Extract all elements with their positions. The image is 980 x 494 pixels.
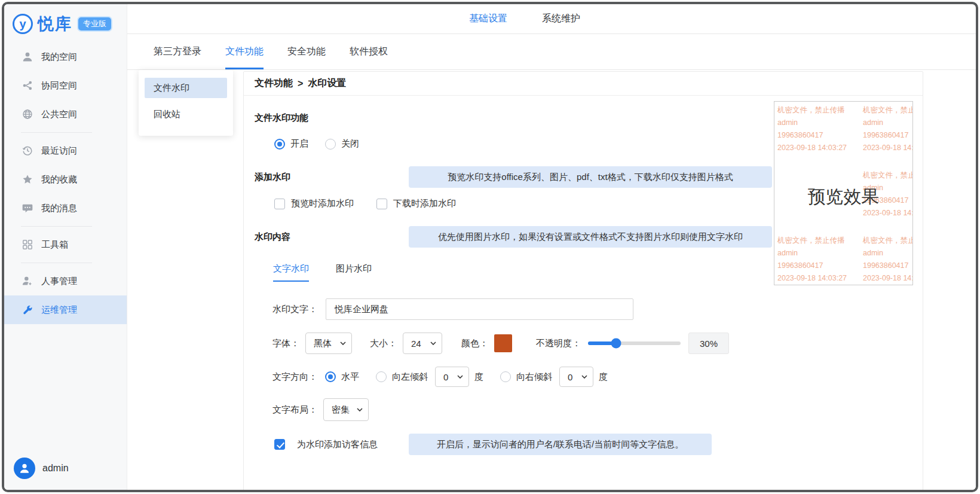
opacity-slider[interactable] — [588, 339, 681, 348]
font-label: 字体： — [272, 338, 299, 349]
opacity-label: 不透明度： — [536, 338, 581, 349]
subnav-item-recycle-bin[interactable]: 回收站 — [145, 104, 227, 124]
visitor-info-checkbox[interactable]: 为水印添加访客信息 — [274, 439, 378, 450]
top-nav: 基础设置 系统维护 — [127, 4, 976, 34]
right-tilt-degree-select[interactable]: 0 — [559, 367, 593, 387]
radio-unchecked-icon — [325, 139, 336, 150]
layout-label: 文字布局： — [272, 404, 317, 416]
radio-unchecked-icon — [376, 371, 387, 382]
sidebar-item-messages[interactable]: 我的消息 — [4, 194, 127, 222]
degree-unit: 度 — [599, 371, 608, 383]
font-select[interactable]: 黑体 — [305, 333, 352, 354]
sidebar-item-label: 工具箱 — [41, 239, 68, 251]
tab-software-license[interactable]: 软件授权 — [350, 34, 388, 69]
size-select[interactable]: 24 — [403, 333, 442, 354]
chevron-down-icon — [581, 375, 587, 379]
direction-right-tilt-radio[interactable]: 向右倾斜 — [500, 371, 552, 383]
checkbox-unchecked-icon — [376, 199, 387, 209]
subnav: 文件水印 回收站 — [139, 70, 233, 136]
sidebar: y 悦库 专业版 我的空间 协同空间 公共空间 — [4, 4, 127, 490]
main-area: 基础设置 系统维护 第三方登录 文件功能 安全功能 软件授权 文件水印 回收站 … — [127, 4, 976, 490]
tab-image-watermark[interactable]: 图片水印 — [336, 263, 372, 282]
sidebar-item-label: 我的收藏 — [41, 174, 77, 185]
opacity-slider-thumb[interactable] — [611, 339, 621, 349]
checkbox-unchecked-icon — [274, 199, 285, 209]
sidebar-item-label: 运维管理 — [41, 304, 77, 316]
tab-third-party-login[interactable]: 第三方登录 — [154, 34, 201, 69]
sidebar-item-recent[interactable]: 最近访问 — [4, 136, 127, 165]
sidebar-item-my-space[interactable]: 我的空间 — [4, 42, 127, 71]
add-watermark-label: 添加水印 — [255, 172, 290, 183]
text-direction-row: 文字方向： 水平 向左倾斜 0 度 — [272, 367, 923, 387]
radio-unchecked-icon — [500, 371, 511, 382]
watermark-style-row: 字体： 黑体 大小： 24 颜色： 不透明度： — [272, 333, 923, 354]
checkbox-checked-icon — [274, 439, 285, 450]
subnav-item-file-watermark[interactable]: 文件水印 — [145, 78, 227, 98]
direction-label: 文字方向： — [272, 371, 317, 383]
sidebar-divider — [21, 132, 92, 133]
app-window: y 悦库 专业版 我的空间 协同空间 公共空间 — [2, 2, 978, 492]
visitor-info-row: 为水印添加访客信息 开启后，显示访问者的用户名/联系电话/当前时间等文字信息。 — [274, 434, 923, 455]
add-watermark-banner: 预览水印支持office系列、图片、pdf、txt格式，下载水印仅支持图片格式 — [409, 166, 772, 188]
star-icon — [22, 174, 33, 185]
wrench-icon — [22, 304, 33, 315]
preview-watermark-checkbox[interactable]: 预览时添加水印 — [274, 198, 354, 209]
share-network-icon — [22, 80, 33, 91]
tab-text-watermark[interactable]: 文字水印 — [273, 263, 309, 282]
user-name: admin — [42, 463, 69, 474]
visitor-info-banner: 开启后，显示访问者的用户名/联系电话/当前时间等文字信息。 — [409, 434, 712, 455]
feature-on-radio[interactable]: 开启 — [274, 138, 308, 150]
top-nav-basic-settings[interactable]: 基础设置 — [469, 13, 507, 25]
color-label: 颜色： — [461, 338, 488, 349]
opacity-value: 30% — [688, 333, 729, 354]
feature-off-radio[interactable]: 关闭 — [325, 138, 359, 150]
sidebar-item-label: 我的消息 — [41, 203, 77, 214]
tab-security-features[interactable]: 安全功能 — [287, 34, 326, 69]
sidebar-item-public-space[interactable]: 公共空间 — [4, 100, 127, 129]
watermark-text-label: 水印文字： — [272, 304, 317, 315]
left-tilt-degree-select[interactable]: 0 — [435, 367, 469, 387]
color-swatch[interactable] — [494, 334, 512, 352]
sidebar-item-collab-space[interactable]: 协同空间 — [4, 71, 127, 100]
preview-title: 预览效果 — [808, 185, 880, 209]
radio-checked-icon — [274, 139, 285, 150]
sidebar-item-label: 公共空间 — [41, 109, 77, 120]
grid-icon — [22, 239, 33, 250]
chevron-down-icon — [357, 408, 363, 411]
sidebar-item-label: 人事管理 — [41, 276, 77, 287]
user-profile[interactable]: admin — [4, 449, 127, 490]
sidebar-item-hr-management[interactable]: 人事管理 — [4, 267, 127, 295]
chevron-down-icon — [430, 341, 436, 345]
watermark-text-row: 水印文字： — [272, 298, 923, 320]
settings-tabs: 第三方登录 文件功能 安全功能 软件授权 — [127, 34, 976, 70]
brand-logo-icon: y — [13, 14, 33, 34]
direction-left-tilt-radio[interactable]: 向左倾斜 — [376, 371, 428, 383]
top-nav-system-maintenance[interactable]: 系统维护 — [542, 13, 580, 25]
breadcrumb: 文件功能 > 水印设置 — [244, 72, 923, 96]
sidebar-divider — [21, 226, 92, 227]
globe-icon — [22, 109, 33, 120]
watermark-text-input[interactable] — [326, 298, 633, 320]
sidebar-item-label: 最近访问 — [41, 145, 77, 157]
degree-unit: 度 — [474, 371, 483, 383]
sidebar-divider — [21, 263, 92, 263]
sidebar-item-toolbox[interactable]: 工具箱 — [4, 230, 127, 259]
sidebar-item-favorites[interactable]: 我的收藏 — [4, 165, 127, 194]
message-bubble-icon — [22, 203, 33, 214]
brand-logo: y 悦库 专业版 — [4, 4, 127, 38]
watermark-preview: 机密文件，禁止传播admin199638604172023-09-18 14:0… — [774, 101, 913, 285]
edition-badge: 专业版 — [77, 16, 112, 32]
layout-select[interactable]: 密集 — [323, 398, 369, 421]
tab-file-features[interactable]: 文件功能 — [225, 34, 264, 69]
sidebar-item-ops-management[interactable]: 运维管理 — [4, 295, 127, 324]
content-area: 文件水印 回收站 文件功能 > 水印设置 文件水印功能 开启 — [127, 70, 976, 490]
breadcrumb-section[interactable]: 文件功能 — [255, 77, 293, 90]
radio-checked-icon — [325, 371, 336, 382]
avatar — [14, 458, 35, 479]
download-watermark-checkbox[interactable]: 下载时添加水印 — [376, 198, 456, 209]
chevron-down-icon — [340, 341, 346, 345]
direction-horizontal-radio[interactable]: 水平 — [325, 371, 359, 383]
watermark-content-banner: 优先使用图片水印，如果没有设置或文件格式不支持图片水印则使用文字水印 — [409, 226, 772, 248]
sidebar-menu: 我的空间 协同空间 公共空间 最近访问 — [4, 42, 127, 324]
user-icon — [22, 51, 33, 62]
